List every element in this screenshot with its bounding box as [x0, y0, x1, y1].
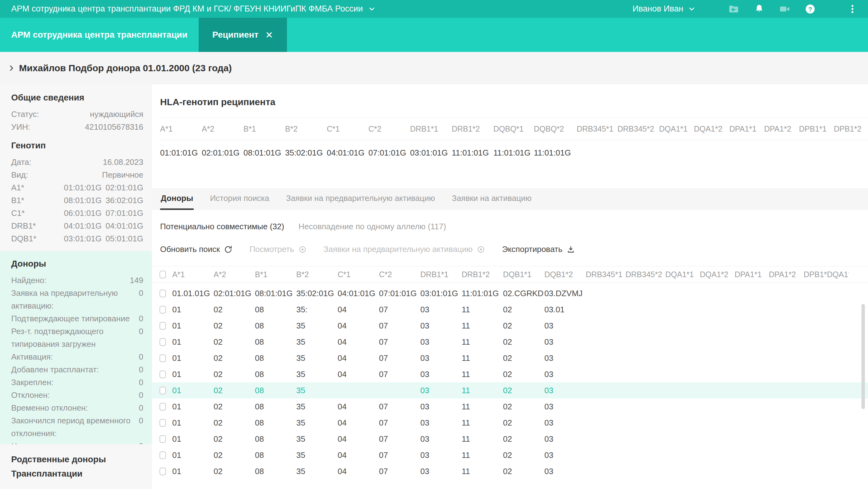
table-row[interactable]: 01020835040703110203: [152, 350, 868, 366]
row-checkbox[interactable]: [159, 387, 166, 395]
close-icon[interactable]: ✕: [265, 30, 273, 40]
row-checkbox[interactable]: [159, 451, 166, 459]
action-button[interactable]: Экспортировать: [502, 244, 575, 254]
user-menu[interactable]: Иванов Иван: [632, 4, 696, 14]
info-label: Добавлен трасплантат:: [11, 363, 139, 376]
action-button: Заявки на предварительную активацию: [323, 244, 485, 254]
donor-cell: 07: [379, 321, 420, 331]
donor-cell: 08: [255, 402, 296, 411]
donor-cell: 03: [420, 337, 462, 347]
donor-cell: 01.01.01G: [172, 289, 214, 298]
donor-column-header: DQB1*2: [545, 270, 586, 279]
sidebar-links: Родственные донорыТрансплантации: [0, 444, 152, 489]
action-label: Заявки на предварительную активацию: [323, 244, 472, 254]
row-checkbox[interactable]: [159, 322, 166, 330]
table-row[interactable]: 01020835040703110203: [152, 318, 868, 334]
info-value: нуждающийся: [90, 108, 143, 121]
donor-cell: 07: [379, 305, 420, 315]
action-button: Посмотреть: [249, 244, 307, 254]
donor-column-header: A*1: [172, 270, 214, 279]
donor-cell: 35: [296, 353, 338, 363]
action-button[interactable]: Обновить поиск: [160, 244, 232, 254]
allele-locus: A1*: [11, 181, 60, 194]
donor-cell: 35:02:01G: [296, 289, 338, 298]
info-row: Активация:0: [11, 351, 143, 363]
select-all-checkbox[interactable]: [159, 270, 166, 279]
topbar-right: Иванов Иван ?: [632, 3, 859, 15]
info-value: 0: [139, 402, 143, 414]
hla-column-header: DRB345*1: [577, 124, 617, 134]
donor-section-tabs: ДонорыИстория поискаЗаявки на предварите…: [152, 188, 868, 210]
folder-return-icon[interactable]: [727, 3, 740, 15]
row-checkbox[interactable]: [159, 371, 166, 378]
allele-value-1: 03:01:01G: [60, 232, 102, 245]
row-checkbox[interactable]: [159, 354, 166, 362]
info-row: Рез-т. подтверждающего типирования загру…: [11, 325, 143, 351]
row-checkbox[interactable]: [159, 338, 166, 346]
hla-column-header: DQBQ*1: [493, 124, 534, 134]
table-row[interactable]: 01020835040703110203: [152, 431, 868, 447]
help-icon[interactable]: ?: [804, 3, 816, 15]
row-checkbox[interactable]: [159, 290, 166, 297]
allele-row: B1*08:01:01G36:02:01G: [11, 194, 143, 207]
allele-locus: DQB1*: [11, 232, 60, 245]
donor-cell: 35:: [296, 305, 338, 315]
tab-arm-home[interactable]: АРМ сотрудника центра трансплантации: [0, 18, 199, 52]
donor-cell: 08: [255, 370, 296, 379]
tab-inactive[interactable]: Заявки на предварительную активацию: [285, 188, 436, 210]
donor-cell: 02: [503, 451, 545, 460]
kebab-menu-icon[interactable]: [846, 3, 859, 15]
app-title-menu[interactable]: АРМ сотрудника центра трансплантации ФРД…: [11, 4, 376, 14]
hla-column-header: DQA1*1: [659, 124, 694, 134]
table-row[interactable]: 01020835040703110203: [152, 447, 868, 463]
row-checkbox[interactable]: [159, 419, 166, 427]
info-value: 149: [130, 274, 143, 287]
hla-value: 11:01:01G: [534, 148, 577, 158]
camera-icon[interactable]: [778, 3, 791, 15]
allele-value-2: 07:01:01G: [102, 207, 143, 220]
tab-label: Доноры: [161, 194, 193, 203]
info-row: Заявка на предварительную активацию:0: [11, 287, 143, 312]
tab-recipient[interactable]: Реципиент ✕: [199, 18, 287, 52]
donor-cell: 03.01: [545, 305, 586, 315]
info-label: Активация:: [11, 351, 139, 363]
patient-header[interactable]: › Михайлов Подбор донора 01.01.2000 (23 …: [0, 52, 868, 84]
info-label: Временно отклонен:: [11, 402, 139, 414]
tab-inactive[interactable]: История поиска: [209, 188, 270, 210]
sidebar-link[interactable]: Родственные доноры: [11, 452, 143, 467]
sidebar-link[interactable]: Трансплантации: [11, 467, 143, 481]
donor-cell: 02: [503, 434, 545, 444]
allele-value-1: 06:01:01G: [60, 207, 102, 220]
vertical-scrollbar[interactable]: [862, 304, 865, 409]
table-row[interactable]: 0102083503110203: [152, 382, 868, 399]
table-row[interactable]: 01020835040703110203: [152, 415, 868, 431]
donor-cell: 35: [296, 370, 338, 379]
table-row[interactable]: 01020835040703110203: [152, 463, 868, 479]
filter-tab[interactable]: Потенциально совместимые (32): [160, 222, 284, 231]
table-row[interactable]: 01020835:040703110203.01: [152, 301, 868, 318]
info-row: Статус:нуждающийся: [11, 108, 143, 121]
tab-label: Заявки на предварительную активацию: [286, 194, 435, 203]
table-row[interactable]: 01020835040703110203: [152, 399, 868, 415]
bell-icon[interactable]: [753, 3, 766, 15]
info-value: 0: [139, 312, 143, 325]
tab-active[interactable]: Доноры: [160, 188, 194, 210]
donor-cell: 03: [420, 370, 462, 379]
allele-row: A1*01:01:01G02:01:01G: [11, 181, 143, 194]
donor-cell: 11:01:01G: [462, 289, 503, 298]
row-checkbox[interactable]: [159, 403, 166, 411]
donor-cell: 03: [545, 370, 586, 379]
table-row[interactable]: 01020835040703110203: [152, 366, 868, 382]
row-checkbox[interactable]: [159, 435, 166, 443]
hla-column-header: A*2: [202, 124, 243, 134]
table-row[interactable]: 01020835040703110203: [152, 334, 868, 350]
row-checkbox[interactable]: [159, 467, 166, 475]
donor-cell: 02: [503, 305, 545, 315]
table-row[interactable]: 01.01.01G02:01:01G08:01:01G35:02:01G04:0…: [152, 285, 868, 301]
donor-cell: 04: [338, 305, 379, 315]
filter-tab[interactable]: Несовпадение по одному аллелю (117): [299, 222, 446, 231]
allele-value-1: 08:01:01G: [60, 194, 102, 207]
row-checkbox[interactable]: [159, 306, 166, 314]
donor-column-header: DRB345*2: [625, 270, 665, 279]
tab-inactive[interactable]: Заявки на активацию: [451, 188, 532, 210]
